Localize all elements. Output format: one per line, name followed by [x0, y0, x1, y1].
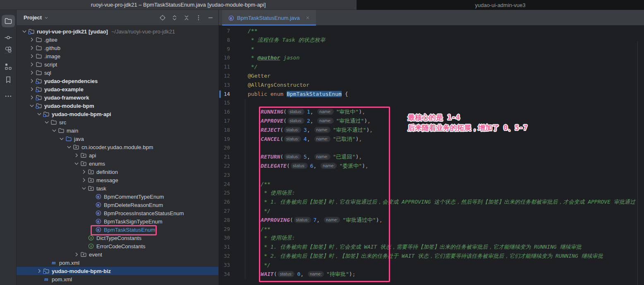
code-line-28[interactable]: 28 APPROVING(status:7, name:"审批通过中"),: [219, 216, 644, 225]
code-line-17[interactable]: 17 APPROVE(status:2, name:"审批通过"),: [219, 116, 644, 126]
code-line-21[interactable]: 21 RETURN(status:5, name:"已退回"),: [219, 152, 644, 162]
tree-item-errorcodeconstants[interactable]: IErrorCodeConstants: [17, 242, 218, 250]
tree-item-gitee[interactable]: .gitee: [17, 36, 218, 44]
line-number[interactable]: 19: [219, 135, 230, 144]
line-number[interactable]: 15: [219, 98, 230, 107]
toolbar-pull-requests-button[interactable]: ?: [2, 43, 15, 56]
chevron-right-icon[interactable]: [28, 36, 36, 44]
tree-item-ruoyi-vue-pro-jdk21-yudao[interactable]: ruoyi-vue-pro-jdk21 [yudao]~/Java/ruoyi-…: [17, 27, 218, 36]
code-line-22[interactable]: 22 DELEGATE(status:6, name:"委派中"),: [219, 162, 644, 171]
line-number[interactable]: 11: [219, 62, 230, 71]
line-number[interactable]: 24: [219, 180, 230, 189]
line-number[interactable]: 13: [219, 81, 230, 90]
tree-item-src[interactable]: src: [17, 118, 218, 126]
line-number[interactable]: 30: [219, 233, 230, 242]
tree-item-yudao-module-bpm[interactable]: yudao-module-bpm: [17, 102, 218, 110]
line-number[interactable]: 20: [219, 143, 230, 152]
tree-item-yudao-dependencies[interactable]: yudao-dependencies: [17, 77, 218, 85]
chevron-right-icon[interactable]: [28, 52, 36, 60]
tree-item-enums[interactable]: enums: [17, 159, 218, 168]
chevron-right-icon[interactable]: [28, 44, 36, 52]
chevron-down-icon[interactable]: [50, 126, 58, 135]
tree-item-bpmtaskstatusenum[interactable]: EBpmTaskStatusEnum: [17, 226, 218, 234]
tree-item-cn-iocoder-yudao-module-bpm[interactable]: cn.iocoder.yudao.module.bpm: [17, 143, 218, 151]
close-icon[interactable]: [304, 14, 311, 21]
chevron-right-icon[interactable]: [73, 250, 80, 259]
chevron-right-icon[interactable]: [28, 60, 36, 69]
tree-item-bpmprocessinstancestatusenum[interactable]: EBpmProcessInstanceStatusEnum: [17, 209, 218, 217]
toolbar-bookmarks-button[interactable]: [2, 74, 15, 86]
chevron-right-icon[interactable]: [28, 93, 36, 102]
tree-item-event[interactable]: event: [17, 250, 218, 259]
line-number[interactable]: 21: [219, 152, 230, 162]
code-line-11[interactable]: 11 */: [219, 62, 644, 71]
code-line-8[interactable]: 8 * 流程任务 Task 的状态枚举: [219, 36, 644, 45]
tree-item-yudao-framework[interactable]: yudao-framework: [17, 93, 218, 102]
chevron-down-icon[interactable]: [28, 102, 36, 110]
code-line-12[interactable]: 12@Getter: [219, 71, 644, 81]
chevron-right-icon[interactable]: [36, 267, 43, 275]
code-line-13[interactable]: 13@AllArgsConstructor: [219, 81, 644, 90]
line-number[interactable]: 32: [219, 252, 230, 261]
chevron-right-icon[interactable]: [28, 77, 36, 85]
hide-panel-icon[interactable]: [207, 14, 214, 21]
chevron-right-icon[interactable]: [73, 151, 80, 159]
line-number[interactable]: 29: [219, 225, 230, 234]
locate-file-icon[interactable]: [159, 14, 166, 21]
toolbar-structure-button[interactable]: [2, 60, 15, 73]
chevron-right-icon[interactable]: [28, 69, 36, 77]
chevron-down-icon[interactable]: [44, 15, 49, 20]
tree-item-bpmtasksigntypeenum[interactable]: EBpmTaskSignTypeEnum: [17, 217, 218, 226]
options-kebab-icon[interactable]: [195, 14, 202, 21]
expand-all-icon[interactable]: [171, 14, 178, 21]
project-panel-title[interactable]: Project: [24, 14, 42, 21]
code-line-30[interactable]: 30 * 使用场景:: [219, 233, 644, 242]
tab-bpmtaskstatusenum[interactable]: E BpmTaskStatusEnum.java: [222, 10, 316, 26]
tree-item-yudao-example[interactable]: yudao-example: [17, 85, 218, 93]
code-line-26[interactable]: 26 * 1. 任务被向后【加签】时，它在审批通过后，会变成 APPROVING…: [219, 197, 644, 207]
tree-item-api[interactable]: api: [17, 151, 218, 159]
tree-item-image[interactable]: .image: [17, 52, 218, 60]
chevron-right-icon[interactable]: [80, 168, 88, 176]
code-line-19[interactable]: 19 CANCEL(status:4, name:"已取消"),: [219, 135, 644, 144]
code-line-29[interactable]: 29 /**: [219, 225, 644, 234]
line-number[interactable]: 33: [219, 261, 230, 270]
line-number[interactable]: 34: [219, 270, 230, 279]
code-line-18[interactable]: 18 REJECT(status:3, name:"审批不通过"),: [219, 126, 644, 135]
code-line-27[interactable]: 27 */: [219, 207, 644, 216]
code-line-9[interactable]: 9 *: [219, 45, 644, 54]
toolbar-project-button[interactable]: [2, 15, 15, 27]
line-number[interactable]: 10: [219, 53, 230, 62]
line-number[interactable]: 27: [219, 207, 230, 216]
line-number[interactable]: 31: [219, 242, 230, 252]
tree-item-github[interactable]: .github: [17, 44, 218, 52]
line-number[interactable]: 17: [219, 116, 230, 126]
line-number[interactable]: 12: [219, 71, 230, 81]
tree-item-pom-xml[interactable]: mpom.xml: [17, 259, 218, 267]
code-line-32[interactable]: 32 * 2. 任务被向后【加签】时，【加签】出来的任务处于 WAIT 状态，它…: [219, 252, 644, 261]
code-line-31[interactable]: 31 * 1. 任务被向前【加签】时，它会变成 WAIT 状态，需要等待【加签】…: [219, 242, 644, 252]
line-number[interactable]: 7: [219, 26, 230, 36]
tree-item-dicttypeconstants[interactable]: IDictTypeConstants: [17, 234, 218, 242]
chevron-right-icon[interactable]: [80, 176, 88, 184]
line-number[interactable]: 16: [219, 107, 230, 116]
chevron-down-icon[interactable]: [80, 184, 88, 192]
code-line-16[interactable]: 16 RUNNING(status:1, name:"审批中"),: [219, 107, 644, 116]
toolbar-commit-button[interactable]: [2, 31, 15, 44]
chevron-down-icon[interactable]: [21, 27, 28, 36]
code-line-15[interactable]: 15: [219, 98, 644, 107]
code-line-7[interactable]: 7/**: [219, 26, 644, 36]
tree-item-main[interactable]: main: [17, 126, 218, 135]
tree-item-definition[interactable]: definition: [17, 168, 218, 176]
line-number[interactable]: 18: [219, 126, 230, 135]
code-line-24[interactable]: 24 /**: [219, 180, 644, 189]
tree-item-bpmcommenttypeenum[interactable]: EBpmCommentTypeEnum: [17, 192, 218, 201]
code-line-10[interactable]: 10 * @author jason: [219, 53, 644, 62]
tree-item-yudao-module-bpm-biz[interactable]: yudao-module-bpm-biz: [17, 267, 218, 275]
line-number[interactable]: 28: [219, 216, 230, 225]
toolbar-more-button[interactable]: [2, 90, 15, 102]
code-line-33[interactable]: 33 */: [219, 261, 644, 270]
back-window-titlebar[interactable]: yudao-ui-admin-vue3: [357, 0, 644, 10]
line-number[interactable]: 23: [219, 171, 230, 180]
line-number[interactable]: 9: [219, 45, 230, 54]
